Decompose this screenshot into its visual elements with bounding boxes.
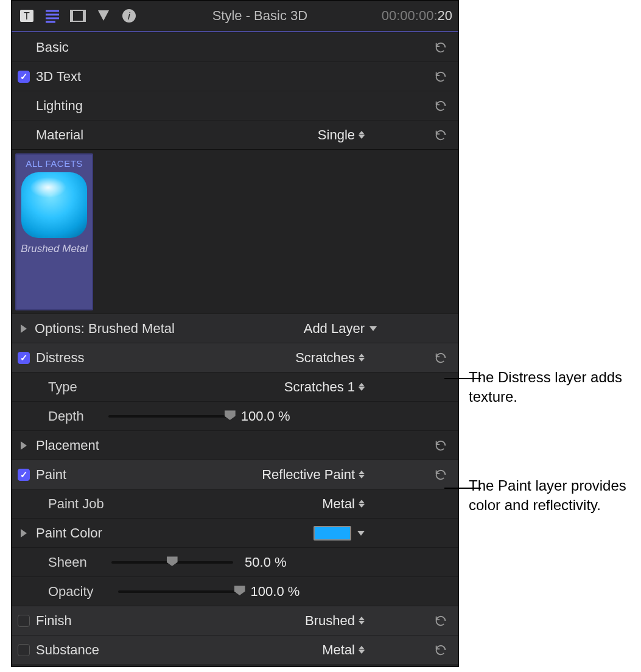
- section-paint[interactable]: Paint Reflective Paint: [12, 460, 458, 489]
- material-well: ALL FACETS Brushed Metal: [12, 149, 458, 313]
- distress-depth-value[interactable]: 100.0: [241, 408, 290, 424]
- section-material[interactable]: Material Single: [12, 120, 458, 149]
- annotation-distress: The Distress layer adds texture.: [469, 368, 633, 407]
- checkbox-distress[interactable]: [18, 352, 30, 364]
- reset-substance-button[interactable]: [432, 643, 450, 657]
- reset-finish-button[interactable]: [432, 614, 450, 628]
- svg-rect-8: [83, 10, 85, 21]
- substance-label: Substance: [36, 642, 99, 658]
- paint-label: Paint: [36, 467, 66, 483]
- lighting-label: Lighting: [36, 98, 83, 114]
- distress-label: Distress: [36, 350, 84, 366]
- row-distress-depth: Depth 100.0: [12, 401, 458, 430]
- add-layer-button[interactable]: Add Layer: [304, 321, 377, 337]
- inspector-toolbar: T i Style - Basic 3D 00:00:00:20: [12, 1, 458, 32]
- sheen-value[interactable]: 50.0: [244, 555, 287, 570]
- substance-popup[interactable]: Metal: [322, 642, 365, 658]
- timecode: 00:00:00:20: [382, 8, 452, 24]
- finish-popup[interactable]: Brushed: [305, 613, 365, 629]
- checkbox-substance[interactable]: [18, 644, 30, 656]
- svg-marker-9: [98, 10, 109, 21]
- filters-tab-icon[interactable]: [94, 7, 113, 24]
- checkbox-paint[interactable]: [18, 469, 30, 481]
- paint-popup[interactable]: Reflective Paint: [262, 467, 365, 483]
- section-distress[interactable]: Distress Scratches: [12, 343, 458, 372]
- text-tab-icon[interactable]: T: [18, 7, 36, 24]
- section-substance[interactable]: Substance Metal: [12, 635, 458, 664]
- distress-depth-slider[interactable]: [108, 415, 230, 418]
- reset-basic-button[interactable]: [432, 41, 450, 54]
- svg-rect-7: [71, 10, 73, 21]
- material-mode-popup[interactable]: Single: [318, 127, 365, 143]
- inspector-title: Style - Basic 3D: [138, 8, 382, 24]
- reset-material-button[interactable]: [432, 128, 450, 142]
- row-paint-sheen: Sheen 50.0: [12, 547, 458, 576]
- row-placement[interactable]: Placement: [12, 430, 458, 460]
- reset-3d-text-button[interactable]: [432, 70, 450, 83]
- reset-distress-button[interactable]: [432, 351, 450, 365]
- disclosure-placement-icon[interactable]: [21, 441, 27, 450]
- facet-card-all-facets[interactable]: ALL FACETS Brushed Metal: [15, 153, 93, 310]
- facet-thumbnail[interactable]: [21, 172, 87, 238]
- section-lighting[interactable]: Lighting: [12, 91, 458, 120]
- svg-text:T: T: [24, 11, 30, 21]
- reset-paint-button[interactable]: [432, 468, 450, 481]
- row-paint-job: Paint Job Metal: [12, 489, 458, 518]
- paint-color-swatch[interactable]: [313, 526, 351, 541]
- placement-label: Placement: [36, 438, 99, 453]
- opacity-value[interactable]: 100.0: [251, 584, 300, 600]
- section-3d-text[interactable]: 3D Text: [12, 61, 458, 91]
- paint-job-popup[interactable]: Metal: [322, 496, 365, 512]
- options-row: Options: Brushed Metal Add Layer: [12, 313, 458, 343]
- info-tab-icon[interactable]: i: [120, 7, 138, 24]
- distress-type-popup[interactable]: Scratches 1: [284, 379, 365, 395]
- row-paint-opacity: Opacity 100.0: [12, 576, 458, 606]
- distress-depth-label: Depth: [48, 408, 84, 424]
- basic-label: Basic: [36, 40, 69, 55]
- video-tab-icon[interactable]: [69, 7, 87, 24]
- paint-job-label: Paint Job: [48, 496, 104, 512]
- reset-placement-button[interactable]: [432, 439, 450, 452]
- reset-lighting-button[interactable]: [432, 99, 450, 113]
- section-finish[interactable]: Finish Brushed: [12, 606, 458, 635]
- facet-name: Brushed Metal: [21, 243, 88, 255]
- sheen-label: Sheen: [48, 555, 87, 570]
- 3d-text-label: 3D Text: [36, 69, 81, 85]
- opacity-label: Opacity: [48, 584, 94, 600]
- section-basic[interactable]: Basic: [12, 32, 458, 61]
- finish-label: Finish: [36, 613, 72, 629]
- paint-color-label: Paint Color: [36, 525, 102, 541]
- distress-popup[interactable]: Scratches: [295, 350, 365, 366]
- options-label: Options: Brushed Metal: [35, 321, 175, 337]
- row-paint-color: Paint Color: [12, 518, 458, 547]
- paint-color-chevron-icon[interactable]: [357, 531, 365, 536]
- annotation-paint: The Paint layer provides color and refle…: [469, 476, 633, 516]
- paragraph-tab-icon[interactable]: [43, 7, 61, 24]
- inspector-panel: T i Style - Basic 3D 00:00:00:20 Basic: [11, 0, 459, 667]
- disclosure-options-icon[interactable]: [21, 324, 27, 333]
- distress-type-label: Type: [48, 379, 77, 395]
- sheen-slider[interactable]: [111, 561, 233, 564]
- chevron-down-icon: [370, 326, 377, 331]
- material-label: Material: [36, 127, 83, 143]
- facet-title: ALL FACETS: [26, 158, 83, 169]
- checkbox-3d-text[interactable]: [18, 71, 30, 83]
- checkbox-finish[interactable]: [18, 615, 30, 627]
- row-distress-type: Type Scratches 1: [12, 372, 458, 401]
- opacity-slider[interactable]: [118, 590, 240, 593]
- disclosure-paint-color-icon[interactable]: [21, 529, 27, 537]
